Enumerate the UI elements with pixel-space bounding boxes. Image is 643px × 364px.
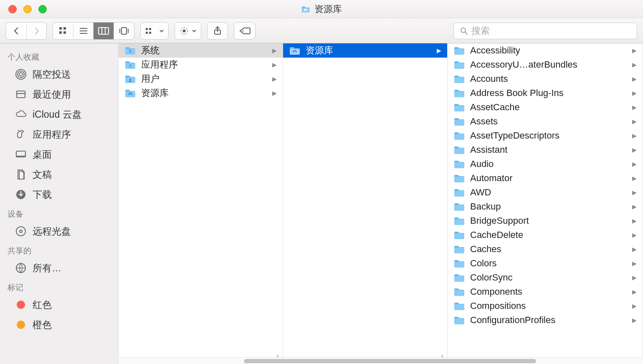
- file-row[interactable]: Accounts▶: [448, 72, 643, 86]
- chevron-right-icon: ▶: [437, 47, 441, 54]
- svg-rect-13: [146, 28, 148, 30]
- icon-view-button[interactable]: [53, 23, 73, 39]
- svg-rect-25: [17, 91, 25, 98]
- file-row[interactable]: Caches▶: [448, 242, 643, 256]
- folder-icon: [453, 159, 465, 169]
- sidebar-item-label: 红色: [33, 298, 52, 311]
- file-label: AccessoryU…aterBundles: [470, 59, 627, 70]
- disc-icon: [14, 225, 28, 238]
- file-label: Backup: [470, 201, 627, 212]
- svg-point-17: [183, 29, 186, 32]
- chevron-right-icon: ▶: [632, 303, 637, 309]
- chevron-right-icon: ▶: [632, 203, 637, 210]
- action-button[interactable]: [175, 23, 201, 39]
- folder-icon: [453, 230, 465, 240]
- svg-point-30: [16, 227, 25, 236]
- folder-icon: [124, 88, 136, 98]
- file-label: 应用程序: [141, 58, 267, 71]
- folder-icon: [453, 258, 465, 268]
- file-row[interactable]: 用户▶: [119, 72, 283, 86]
- scrollbar-thumb[interactable]: [244, 359, 536, 363]
- file-row[interactable]: AccessoryU…aterBundles▶: [448, 58, 643, 72]
- file-row[interactable]: 资源库▶: [283, 43, 447, 58]
- file-row[interactable]: BridgeSupport▶: [448, 214, 643, 228]
- file-row[interactable]: Assets▶: [448, 114, 643, 129]
- file-row[interactable]: Automator▶: [448, 171, 643, 185]
- sidebar-item[interactable]: 最近使用: [0, 84, 118, 104]
- column-browser: X系统▶A应用程序▶用户▶资源库▶‖ 资源库▶‖ Accessibility▶A…: [119, 43, 643, 364]
- folder-icon: [453, 173, 465, 183]
- horizontal-scrollbar[interactable]: [119, 357, 643, 364]
- sidebar-item[interactable]: 文稿: [0, 164, 118, 185]
- file-row[interactable]: Audio▶: [448, 157, 643, 171]
- sidebar-section-title: 设备: [0, 205, 118, 221]
- file-row[interactable]: Components▶: [448, 285, 643, 299]
- sidebar-item-label: 文稿: [33, 168, 52, 181]
- file-row[interactable]: Compositions▶: [448, 299, 643, 313]
- sidebar-item[interactable]: 红色: [0, 295, 118, 315]
- folder-icon: A: [124, 60, 136, 70]
- share-button[interactable]: [208, 23, 228, 39]
- search-field[interactable]: [453, 23, 637, 39]
- nav-buttons: [6, 22, 47, 40]
- sidebar-item[interactable]: 隔空投送: [0, 64, 118, 84]
- file-row[interactable]: 资源库▶: [119, 86, 283, 100]
- file-row[interactable]: ConfigurationProfiles▶: [448, 313, 643, 327]
- tags-button[interactable]: [234, 23, 255, 39]
- minimize-window-button[interactable]: [23, 5, 32, 13]
- file-row[interactable]: ColorSync▶: [448, 270, 643, 285]
- sidebar-item-label: 下载: [33, 188, 52, 201]
- file-row[interactable]: Backup▶: [448, 200, 643, 214]
- maximize-window-button[interactable]: [38, 5, 47, 13]
- file-row[interactable]: Accessibility▶: [448, 43, 643, 58]
- tag-icon: [14, 298, 28, 311]
- file-label: AWD: [470, 187, 627, 198]
- sidebar-item[interactable]: 所有…: [0, 258, 118, 278]
- content: 个人收藏隔空投送最近使用iCloud 云盘应用程序桌面文稿下载设备远程光盘共享的…: [0, 43, 643, 364]
- file-row[interactable]: Address Book Plug-Ins▶: [448, 86, 643, 100]
- sidebar-item[interactable]: 下载: [0, 185, 118, 205]
- column-3[interactable]: Accessibility▶AccessoryU…aterBundles▶Acc…: [448, 43, 643, 364]
- folder-icon: [453, 273, 465, 283]
- sidebar-item[interactable]: 应用程序: [0, 124, 118, 144]
- file-label: Colors: [470, 258, 627, 269]
- list-view-button[interactable]: [73, 23, 93, 39]
- sidebar[interactable]: 个人收藏隔空投送最近使用iCloud 云盘应用程序桌面文稿下载设备远程光盘共享的…: [0, 43, 119, 364]
- sidebar-item[interactable]: 桌面: [0, 144, 118, 164]
- column-2[interactable]: 资源库▶‖: [283, 43, 448, 364]
- chevron-right-icon: ▶: [632, 317, 637, 324]
- folder-icon: [453, 287, 465, 297]
- forward-button[interactable]: [26, 23, 46, 39]
- folder-icon: [453, 301, 465, 311]
- file-label: BridgeSupport: [470, 215, 627, 226]
- sidebar-item[interactable]: 橙色: [0, 315, 118, 335]
- folder-icon: [453, 74, 465, 84]
- file-row[interactable]: AssetTypeDescriptors▶: [448, 129, 643, 143]
- sidebar-item-label: 所有…: [33, 262, 61, 275]
- chevron-right-icon: ▶: [632, 47, 637, 54]
- file-row[interactable]: AssetCache▶: [448, 100, 643, 114]
- file-row[interactable]: Colors▶: [448, 256, 643, 270]
- back-button[interactable]: [6, 23, 26, 39]
- group-by-button[interactable]: [141, 23, 168, 39]
- file-row[interactable]: Assistant▶: [448, 143, 643, 157]
- column-1[interactable]: X系统▶A应用程序▶用户▶资源库▶‖: [119, 43, 283, 364]
- svg-point-23: [18, 71, 24, 78]
- sidebar-item[interactable]: 远程光盘: [0, 221, 118, 241]
- file-row[interactable]: CacheDelete▶: [448, 228, 643, 242]
- file-row[interactable]: AWD▶: [448, 185, 643, 200]
- file-row[interactable]: X系统▶: [119, 43, 283, 58]
- finder-window: 资源库: [0, 0, 643, 364]
- column-view-button[interactable]: [93, 23, 114, 39]
- file-row[interactable]: A应用程序▶: [119, 58, 283, 72]
- svg-rect-15: [149, 28, 151, 30]
- sidebar-item[interactable]: iCloud 云盘: [0, 104, 118, 124]
- close-window-button[interactable]: [8, 5, 17, 13]
- svg-rect-0: [59, 27, 62, 30]
- sidebar-item-label: iCloud 云盘: [33, 108, 82, 121]
- folder-icon: [289, 46, 301, 56]
- search-input[interactable]: [471, 25, 631, 36]
- gallery-view-button[interactable]: [114, 23, 134, 39]
- svg-rect-16: [149, 32, 151, 34]
- svg-line-21: [465, 32, 467, 34]
